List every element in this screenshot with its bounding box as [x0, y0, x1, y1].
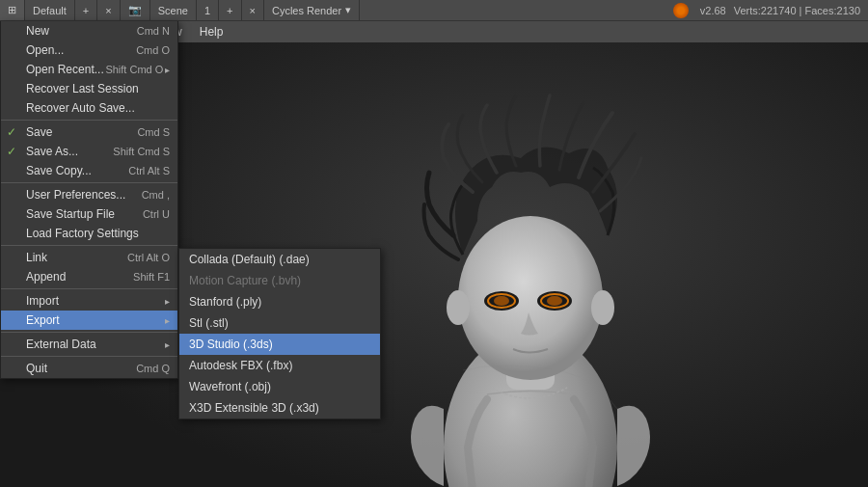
camera-icon: 📷	[128, 4, 142, 16]
separator-4	[1, 288, 177, 289]
close-layout-btn[interactable]: ×	[97, 0, 120, 20]
save-startup-label: Save Startup File	[26, 207, 115, 221]
menu-item-export[interactable]: Export ▸	[1, 311, 177, 330]
save-copy-label: Save Copy...	[26, 164, 92, 177]
add-layout-btn[interactable]: +	[75, 0, 97, 20]
link-shortcut: Ctrl Alt O	[127, 252, 170, 263]
render-engine-selector[interactable]: Cycles Render ▾	[264, 0, 360, 20]
menu-item-open[interactable]: Open... Cmd O	[1, 41, 177, 60]
menu-item-new[interactable]: New Cmd N	[1, 21, 177, 41]
workspace-selector[interactable]: Default	[25, 0, 75, 20]
x3d-label: X3D Extensible 3D (.x3d)	[189, 401, 319, 415]
save-label: Save	[26, 125, 52, 139]
export-stanford[interactable]: Stanford (.ply)	[179, 291, 380, 312]
save-startup-shortcut: Ctrl U	[143, 208, 170, 220]
open-recent-arrow: ▸	[165, 65, 170, 75]
separator-6	[1, 356, 177, 357]
export-3ds[interactable]: 3D Studio (.3ds)	[179, 334, 380, 355]
save-check-icon: ✓	[7, 125, 16, 139]
open-recent-shortcut: Shift Cmd O	[105, 64, 163, 75]
export-arrow: ▸	[165, 315, 170, 326]
grid-icon: ⊞	[8, 4, 16, 16]
scene-close-btn[interactable]: ×	[242, 0, 264, 20]
export-label: Export	[26, 313, 60, 327]
render-engine-label: Cycles Render	[272, 5, 341, 16]
scene-label: Scene	[158, 5, 188, 16]
app-info: v2.68 Verts:221740 | Faces:2130	[673, 3, 868, 18]
stats-label: Verts:221740 | Faces:2130	[734, 5, 860, 16]
blender-logo	[673, 3, 689, 18]
fbx-label: Autodesk FBX (.fbx)	[189, 359, 292, 372]
separator-2	[1, 182, 177, 183]
top-header: ⊞ Default + × 📷 Scene 1 + × Cycles Rende…	[0, 0, 868, 21]
recover-auto-label: Recover Auto Save...	[26, 101, 135, 115]
3ds-label: 3D Studio (.3ds)	[189, 338, 273, 351]
plus-icon: +	[83, 5, 89, 16]
menu-item-append[interactable]: Append Shift F1	[1, 267, 177, 286]
menu-item-recover-auto[interactable]: Recover Auto Save...	[1, 98, 177, 118]
left-icon-btn[interactable]: ⊞	[0, 0, 25, 20]
menu-item-save[interactable]: ✓ Save Cmd S	[1, 122, 177, 142]
scene-icon-btn[interactable]: 📷	[121, 0, 150, 20]
load-factory-label: Load Factory Settings	[26, 227, 139, 240]
new-label: New	[26, 24, 49, 38]
menu-item-import[interactable]: Import ▸	[1, 291, 177, 311]
export-x3d[interactable]: X3D Extensible 3D (.x3d)	[179, 397, 380, 419]
export-stl[interactable]: Stl (.stl)	[179, 312, 380, 334]
menu-item-quit[interactable]: Quit Cmd Q	[1, 359, 177, 378]
separator-5	[1, 332, 177, 333]
svg-point-3	[458, 216, 603, 380]
chevron-down-icon: ▾	[345, 4, 351, 16]
open-recent-label: Open Recent...	[26, 63, 104, 76]
external-data-arrow: ▸	[165, 339, 170, 350]
file-dropdown-menu: New Cmd N Open... Cmd O Open Recent... S…	[0, 21, 178, 379]
menu-item-link[interactable]: Link Ctrl Alt O	[1, 248, 177, 267]
scene-selector[interactable]: Scene	[150, 0, 197, 20]
append-shortcut: Shift F1	[133, 271, 170, 283]
user-prefs-shortcut: Cmd ,	[142, 189, 170, 201]
menu-item-user-prefs[interactable]: User Preferences... Cmd ,	[1, 185, 177, 204]
menu-item-open-recent[interactable]: Open Recent... Shift Cmd O ▸	[1, 60, 177, 79]
menu-item-load-factory[interactable]: Load Factory Settings	[1, 224, 177, 243]
scene-plus-btn[interactable]: +	[219, 0, 241, 20]
open-label: Open...	[26, 43, 64, 57]
save-shortcut: Cmd S	[137, 126, 170, 138]
quit-shortcut: Cmd Q	[136, 363, 170, 374]
save-copy-shortcut: Ctrl Alt S	[128, 165, 170, 176]
svg-point-9	[547, 296, 562, 306]
menu-item-save-startup[interactable]: Save Startup File Ctrl U	[1, 204, 177, 224]
stanford-label: Stanford (.ply)	[189, 295, 261, 309]
new-shortcut: Cmd N	[137, 25, 170, 37]
obj-label: Wavefront (.obj)	[189, 380, 271, 393]
workspace-area: ⊞ Default + × 📷 Scene 1 + × Cycles Rende…	[0, 0, 360, 20]
export-submenu: Collada (Default) (.dae) Motion Capture …	[178, 248, 381, 419]
export-collada[interactable]: Collada (Default) (.dae)	[179, 249, 380, 270]
motion-capture-label: Motion Capture (.bvh)	[189, 274, 301, 287]
collada-label: Collada (Default) (.dae)	[189, 253, 310, 266]
stl-label: Stl (.stl)	[189, 316, 229, 330]
menu-item-save-copy[interactable]: Save Copy... Ctrl Alt S	[1, 161, 177, 180]
open-shortcut: Cmd O	[136, 44, 170, 56]
menu-item-save-as[interactable]: ✓ Save As... Shift Cmd S	[1, 142, 177, 161]
version-label: v2.68	[700, 5, 726, 16]
svg-point-10	[447, 290, 470, 325]
import-label: Import	[26, 294, 59, 308]
append-label: Append	[26, 270, 66, 284]
scene-number[interactable]: 1	[197, 0, 219, 20]
user-prefs-label: User Preferences...	[26, 188, 125, 202]
export-fbx[interactable]: Autodesk FBX (.fbx)	[179, 355, 380, 376]
menu-item-external-data[interactable]: External Data ▸	[1, 335, 177, 354]
export-obj[interactable]: Wavefront (.obj)	[179, 376, 380, 397]
link-label: Link	[26, 251, 47, 264]
menu-help[interactable]: Help	[192, 23, 231, 41]
svg-point-11	[591, 290, 614, 325]
separator-3	[1, 245, 177, 246]
save-as-check-icon: ✓	[7, 145, 16, 158]
save-as-label: Save As...	[26, 145, 78, 158]
save-as-shortcut: Shift Cmd S	[113, 146, 170, 157]
workspace-name: Default	[33, 5, 67, 16]
close-icon: ×	[105, 5, 111, 16]
recover-last-label: Recover Last Session	[26, 82, 139, 95]
menu-item-recover-last[interactable]: Recover Last Session	[1, 79, 177, 98]
export-motion-capture: Motion Capture (.bvh)	[179, 270, 380, 291]
